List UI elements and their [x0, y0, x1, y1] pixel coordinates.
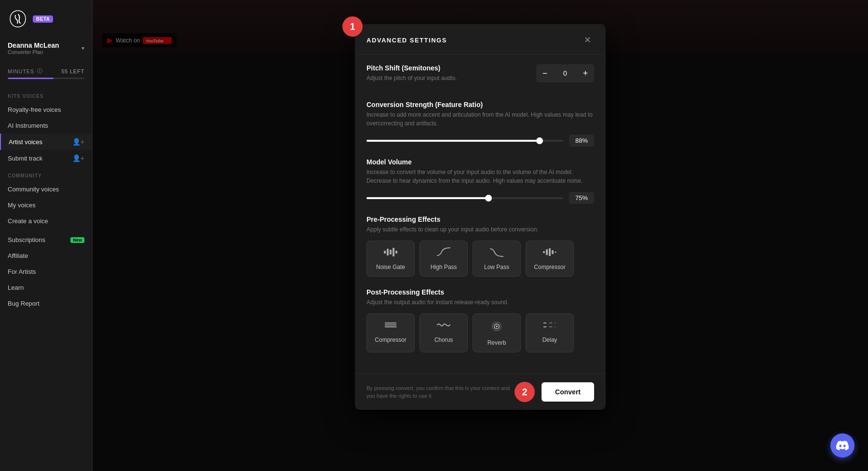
post-processing-section: Post-Processing Effects Adjust the outpu…	[366, 288, 594, 352]
conversion-strength-slider-row: 88%	[366, 135, 594, 147]
pitch-decrement-button[interactable]: −	[536, 64, 554, 82]
pitch-increment-button[interactable]: +	[577, 64, 594, 82]
reverb-icon	[490, 320, 503, 336]
logo-area: BETA	[0, 0, 92, 38]
compressor-post-icon	[384, 320, 397, 333]
svg-rect-5	[393, 248, 394, 256]
sidebar: BETA Deanna McLean Converter Plan ▾ MINU…	[0, 0, 93, 471]
compressor-pre-icon	[543, 247, 556, 260]
compressor-post-label: Compressor	[375, 336, 406, 343]
model-volume-track[interactable]	[366, 197, 563, 199]
sidebar-item-label: Community voices	[8, 186, 59, 193]
post-processing-desc: Adjust the output audio for instant rele…	[366, 298, 594, 307]
pre-processing-section: Pre-Processing Effects Apply subtle effe…	[366, 215, 594, 277]
svg-rect-7	[543, 251, 545, 253]
footer-disclaimer: By pressing convert, you confirm that th…	[366, 384, 511, 400]
conversion-strength-fill	[366, 140, 540, 142]
kits-voices-section-label: KITS VOICES	[0, 87, 92, 102]
pitch-shift-section: Pitch Shift (Semitones) Adjust the pitch…	[366, 64, 594, 89]
close-button[interactable]: ✕	[581, 34, 594, 46]
svg-point-17	[496, 325, 498, 327]
compressor-post-button[interactable]: Compressor	[366, 313, 415, 352]
sidebar-item-label: AI Instruments	[8, 122, 48, 129]
modal-body: Pitch Shift (Semitones) Adjust the pitch…	[355, 54, 606, 374]
sidebar-item-submit-track[interactable]: Submit track 👤+	[0, 150, 92, 166]
conversion-strength-thumb[interactable]	[536, 137, 543, 144]
minutes-info-icon[interactable]: ⓘ	[37, 67, 43, 75]
step-1-indicator: 1	[342, 16, 363, 37]
discord-fab[interactable]	[830, 433, 854, 458]
chorus-button[interactable]: Chorus	[420, 313, 468, 352]
new-badge: New	[70, 237, 84, 243]
add-user-icon: 👤+	[72, 138, 84, 146]
model-volume-section: Model Volume Increase to convert the vol…	[366, 158, 594, 204]
chorus-icon	[436, 320, 451, 333]
minutes-label: MINUTES	[8, 68, 34, 74]
sidebar-item-label: My voices	[8, 202, 36, 209]
sidebar-item-label: Submit track	[8, 155, 42, 162]
sidebar-item-label: Royalty-free voices	[8, 106, 61, 113]
user-menu[interactable]: Deanna McLean Converter Plan ▾	[0, 38, 92, 63]
sidebar-item-community-voices[interactable]: Community voices	[0, 181, 92, 197]
conversion-strength-title: Conversion Strength (Feature Ratio)	[366, 101, 594, 108]
low-pass-label: Low Pass	[484, 264, 509, 270]
sidebar-item-label: Create a voice	[8, 217, 48, 225]
model-volume-slider-row: 75%	[366, 192, 594, 204]
sidebar-item-label: Affiliate	[8, 252, 28, 259]
pre-processing-title: Pre-Processing Effects	[366, 215, 594, 223]
minutes-left: 55 left	[61, 68, 84, 74]
model-volume-fill	[366, 197, 488, 199]
minutes-progress-fill	[8, 78, 54, 79]
svg-rect-9	[549, 248, 551, 256]
sidebar-item-for-artists[interactable]: For Artists	[0, 264, 92, 280]
reverb-button[interactable]: Reverb	[473, 313, 521, 352]
model-volume-thumb[interactable]	[485, 195, 492, 202]
conversion-strength-section: Conversion Strength (Feature Ratio) Incr…	[366, 101, 594, 147]
noise-gate-icon	[384, 247, 397, 260]
svg-rect-11	[555, 252, 556, 253]
sidebar-item-my-voices[interactable]: My voices	[0, 197, 92, 213]
discord-icon	[836, 439, 849, 452]
sidebar-item-bug-report[interactable]: Bug Report	[0, 296, 92, 311]
low-pass-icon	[489, 247, 504, 260]
sidebar-item-royalty-free[interactable]: Royalty-free voices	[0, 102, 92, 118]
low-pass-button[interactable]: Low Pass	[473, 241, 521, 277]
sidebar-item-artist-voices[interactable]: Artist voices 👤+	[0, 134, 92, 150]
noise-gate-button[interactable]: Noise Gate	[366, 241, 415, 277]
chevron-down-icon: ▾	[81, 45, 84, 52]
community-section-label: COMMUNITY	[0, 166, 92, 181]
modal-title: ADVANCED SETTINGS	[366, 37, 447, 44]
high-pass-button[interactable]: High Pass	[420, 241, 468, 277]
post-processing-title: Post-Processing Effects	[366, 288, 594, 296]
pre-processing-desc: Apply subtle effects to clean up your in…	[366, 225, 594, 234]
delay-label: Delay	[542, 336, 557, 343]
noise-gate-label: Noise Gate	[376, 264, 405, 270]
app-logo	[8, 9, 28, 29]
sidebar-item-label: For Artists	[8, 268, 36, 275]
pitch-shift-stepper: − 0 +	[536, 64, 594, 82]
sidebar-item-create-voice[interactable]: Create a voice	[0, 213, 92, 229]
compressor-pre-button[interactable]: Compressor	[526, 241, 574, 277]
modal-footer: By pressing convert, you confirm that th…	[355, 374, 606, 410]
modal-overlay: 1 ADVANCED SETTINGS ✕ Pitch Shift (Semit…	[93, 0, 868, 471]
chorus-label: Chorus	[434, 336, 453, 343]
reverb-label: Reverb	[488, 339, 506, 346]
conversion-strength-track[interactable]	[366, 140, 563, 142]
advanced-settings-modal: ADVANCED SETTINGS ✕ Pitch Shift (Semiton…	[355, 24, 606, 410]
step-2-indicator: 2	[515, 382, 535, 402]
high-pass-label: High Pass	[431, 264, 457, 270]
conversion-strength-pct: 88%	[569, 135, 594, 147]
convert-button[interactable]: Convert	[542, 382, 594, 402]
sidebar-item-label: Learn	[8, 284, 24, 291]
delay-button[interactable]: Delay	[526, 313, 574, 352]
sidebar-item-learn[interactable]: Learn	[0, 280, 92, 296]
sidebar-item-ai-instruments[interactable]: AI Instruments	[0, 118, 92, 134]
minutes-section: MINUTES ⓘ 55 left	[0, 63, 92, 87]
main-content: ▶ Watch on YouTube 1 ADVANCED SETTINGS ✕	[93, 0, 868, 471]
compressor-pre-label: Compressor	[534, 264, 565, 270]
sidebar-item-label: Artist voices	[9, 138, 42, 146]
high-pass-icon	[436, 247, 451, 260]
sidebar-item-affiliate[interactable]: Affiliate	[0, 248, 92, 264]
model-volume-pct: 75%	[569, 192, 594, 204]
sidebar-item-subscriptions[interactable]: Subscriptions New	[0, 232, 92, 248]
